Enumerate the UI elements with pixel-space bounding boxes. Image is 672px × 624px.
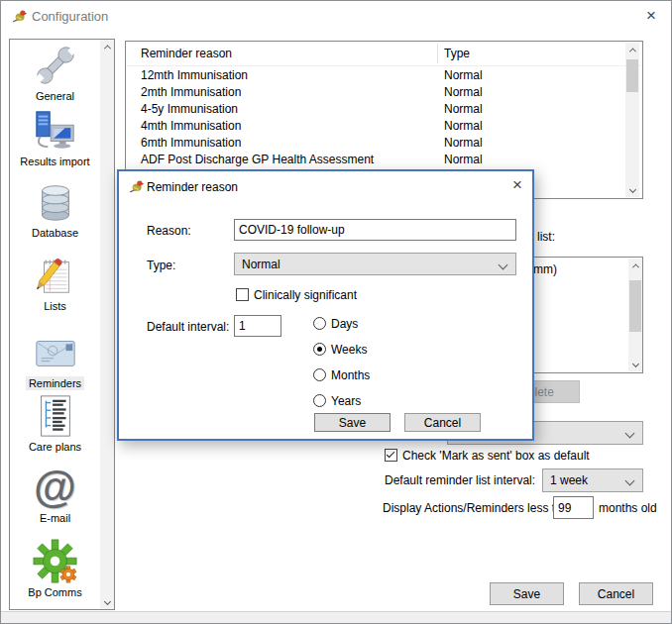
display-reminders-prefix: Display Actions/Reminders less than: [383, 501, 575, 515]
computer-import-icon: [10, 107, 100, 155]
chevron-down-icon: [625, 429, 635, 439]
type-label: Type:: [147, 259, 175, 272]
table-scrollbar[interactable]: [625, 43, 639, 197]
mark-as-sent-label: Check 'Mark as sent' box as default: [402, 449, 590, 463]
sidebar-item-care-plans[interactable]: Care plans: [10, 392, 100, 454]
sidebar-item-reminders[interactable]: Reminders: [10, 329, 100, 390]
care-plan-icon: [10, 392, 100, 440]
sidebar-item-label: Bp Comms: [25, 585, 84, 599]
sidebar-item-lists[interactable]: Lists: [10, 252, 100, 313]
listbox-item-fragment: mm): [533, 262, 557, 276]
dialog-logo-icon: [128, 178, 145, 195]
gears-icon: [10, 538, 100, 585]
sidebar-item-label: Reminders: [26, 376, 84, 390]
column-header-type[interactable]: Type: [444, 47, 470, 60]
sidebar-item-label: Database: [29, 226, 81, 240]
table-row[interactable]: 4-5y Immunisation Normal: [126, 100, 642, 117]
window-close-icon[interactable]: ×: [646, 7, 656, 24]
reminder-list-label-fragment: list:: [537, 230, 555, 244]
table-header: Reminder reason Type: [126, 42, 642, 65]
window-title: Configuration: [32, 9, 108, 24]
cell-type: Normal: [444, 136, 483, 150]
months-old-input[interactable]: 99: [553, 496, 594, 519]
cancel-button[interactable]: Cancel: [579, 582, 653, 605]
dialog-close-icon[interactable]: ×: [512, 176, 522, 193]
radio-months-label: Months: [331, 368, 370, 382]
save-button[interactable]: Save: [490, 582, 564, 605]
cell-type: Normal: [444, 119, 483, 133]
dialog-title: Reminder reason: [147, 180, 238, 194]
cell-reason: 6mth Immunisation: [141, 136, 241, 150]
table-row[interactable]: 6mth Immunisation Normal: [126, 134, 642, 151]
app-logo-icon: [11, 8, 28, 25]
database-icon: [10, 178, 100, 226]
table-row[interactable]: 12mth Immunisation Normal: [126, 66, 642, 83]
cell-type: Normal: [444, 68, 483, 82]
column-header-reason[interactable]: Reminder reason: [141, 47, 232, 60]
type-combobox[interactable]: Normal: [234, 253, 516, 275]
sidebar-item-label: E-mail: [37, 511, 73, 525]
reason-input[interactable]: COVID-19 follow-up: [234, 219, 516, 241]
sidebar-item-label: General: [33, 89, 77, 103]
chevron-down-icon: [625, 476, 635, 486]
dialog-cancel-button[interactable]: Cancel: [404, 413, 481, 432]
cell-reason: ADF Post Discharge GP Health Assessment: [141, 153, 374, 166]
sidebar-item-database[interactable]: Database: [10, 178, 100, 240]
scroll-down-icon[interactable]: [625, 182, 639, 197]
scroll-up-icon[interactable]: [625, 43, 639, 57]
radio-days-label: Days: [331, 317, 358, 331]
window-bottom-strip: [1, 611, 671, 624]
default-interval-input[interactable]: 1: [234, 315, 281, 337]
table-row[interactable]: ADF Post Discharge GP Health Assessment …: [126, 151, 642, 167]
scroll-down-icon[interactable]: [100, 594, 114, 609]
radio-weeks[interactable]: [313, 343, 326, 356]
sidebar-item-general[interactable]: General: [10, 42, 100, 103]
scroll-up-icon[interactable]: [100, 40, 114, 54]
column-divider: [437, 44, 438, 63]
window-titlebar: Configuration ×: [1, 1, 671, 31]
default-interval-label: Default interval:: [147, 320, 229, 334]
radio-weeks-label: Weeks: [331, 343, 367, 357]
scrollbar-thumb[interactable]: [626, 59, 638, 92]
notepad-pencil-icon: [10, 252, 100, 299]
scroll-down-icon[interactable]: [628, 357, 642, 371]
cell-reason: 4-5y Immunisation: [141, 102, 238, 116]
type-value: Normal: [242, 258, 280, 271]
listbox-scrollbar[interactable]: [628, 259, 642, 371]
clinically-significant-label: Clinically significant: [254, 288, 357, 302]
default-interval-value: 1 week: [550, 473, 588, 487]
radio-days[interactable]: [313, 317, 326, 330]
table-row[interactable]: 2mth Immunisation Normal: [126, 83, 642, 100]
table-row[interactable]: 4mth Immunisation Normal: [126, 117, 642, 134]
cell-type: Normal: [444, 85, 483, 99]
reason-label: Reason:: [147, 224, 191, 238]
chevron-down-icon: [499, 260, 508, 270]
sidebar-item-label: Results import: [17, 155, 92, 168]
at-sign-icon: @: [10, 464, 100, 511]
display-reminders-suffix: months old: [599, 501, 657, 515]
clinically-significant-checkbox[interactable]: [236, 288, 249, 301]
configuration-window: Configuration × General: [0, 0, 672, 624]
scroll-up-icon[interactable]: [628, 259, 642, 273]
wrench-icon: [10, 42, 100, 89]
sidebar-item-email[interactable]: @ E-mail: [10, 464, 100, 525]
cell-reason: 4mth Immunisation: [141, 119, 241, 133]
scrollbar-thumb[interactable]: [629, 280, 641, 332]
default-interval-label: Default reminder list interval:: [385, 473, 535, 487]
radio-years[interactable]: [313, 394, 326, 407]
sidebar-scrollbar[interactable]: [100, 40, 114, 609]
sidebar-item-results-import[interactable]: Results import: [10, 107, 100, 168]
cell-reason: 2mth Immunisation: [141, 85, 241, 99]
radio-years-label: Years: [331, 394, 361, 408]
sidebar-item-bp-comms[interactable]: Bp Comms: [10, 538, 100, 599]
mark-as-sent-checkbox[interactable]: [385, 449, 397, 462]
dialog-save-button[interactable]: Save: [314, 413, 391, 432]
sidebar-item-label: Lists: [41, 299, 69, 313]
sidebar-item-label: Care plans: [26, 440, 84, 454]
radio-months[interactable]: [313, 368, 326, 381]
cell-type: Normal: [444, 153, 483, 166]
reminder-reason-dialog: Reminder reason × Reason: COVID-19 follo…: [117, 169, 534, 441]
envelope-icon: [10, 329, 100, 376]
cell-reason: 12mth Immunisation: [141, 68, 248, 82]
default-interval-combobox[interactable]: 1 week: [542, 468, 643, 492]
